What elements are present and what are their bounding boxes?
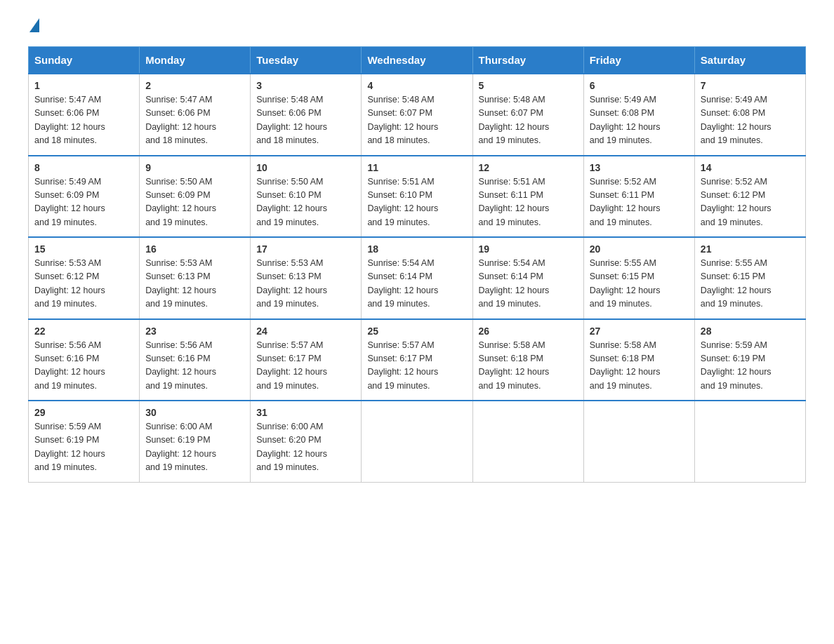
logo: [28, 21, 39, 32]
calendar-cell: 4Sunrise: 5:48 AMSunset: 6:07 PMDaylight…: [362, 74, 472, 156]
calendar-cell: 13Sunrise: 5:52 AMSunset: 6:11 PMDayligh…: [583, 156, 694, 238]
calendar-cell: 7Sunrise: 5:49 AMSunset: 6:08 PMDaylight…: [694, 74, 805, 156]
day-number: 10: [256, 162, 355, 173]
header-cell-wednesday: Wednesday: [362, 47, 472, 74]
day-number: 19: [479, 243, 578, 255]
day-info: Sunrise: 5:49 AMSunset: 6:08 PMDaylight:…: [590, 93, 689, 148]
page-header: [28, 21, 806, 32]
header-cell-friday: Friday: [583, 47, 694, 74]
day-info: Sunrise: 5:57 AMSunset: 6:17 PMDaylight:…: [367, 339, 466, 394]
day-info: Sunrise: 5:56 AMSunset: 6:16 PMDaylight:…: [145, 339, 244, 394]
calendar-cell: 1Sunrise: 5:47 AMSunset: 6:06 PMDaylight…: [29, 74, 140, 156]
day-info: Sunrise: 5:48 AMSunset: 6:07 PMDaylight:…: [479, 93, 578, 148]
day-number: 30: [145, 407, 244, 418]
calendar-cell: 31Sunrise: 6:00 AMSunset: 6:20 PMDayligh…: [251, 401, 362, 482]
calendar-cell: 22Sunrise: 5:56 AMSunset: 6:16 PMDayligh…: [29, 319, 140, 401]
day-info: Sunrise: 5:48 AMSunset: 6:07 PMDaylight:…: [367, 93, 466, 148]
day-number: 16: [145, 243, 244, 255]
day-info: Sunrise: 5:54 AMSunset: 6:14 PMDaylight:…: [479, 257, 578, 311]
calendar-cell: 21Sunrise: 5:55 AMSunset: 6:15 PMDayligh…: [694, 237, 805, 319]
calendar-cell: 16Sunrise: 5:53 AMSunset: 6:13 PMDayligh…: [140, 237, 251, 319]
day-info: Sunrise: 5:57 AMSunset: 6:17 PMDaylight:…: [256, 339, 355, 394]
day-number: 5: [479, 80, 578, 91]
calendar-cell: 29Sunrise: 5:59 AMSunset: 6:19 PMDayligh…: [29, 401, 140, 482]
calendar-cell: 19Sunrise: 5:54 AMSunset: 6:14 PMDayligh…: [472, 237, 583, 319]
calendar-table: SundayMondayTuesdayWednesdayThursdayFrid…: [28, 46, 806, 483]
calendar-cell: [583, 401, 694, 482]
calendar-header: SundayMondayTuesdayWednesdayThursdayFrid…: [29, 47, 806, 74]
day-number: 21: [701, 243, 800, 255]
day-number: 9: [145, 162, 244, 173]
calendar-cell: 5Sunrise: 5:48 AMSunset: 6:07 PMDaylight…: [472, 74, 583, 156]
day-info: Sunrise: 5:47 AMSunset: 6:06 PMDaylight:…: [34, 93, 133, 148]
header-cell-monday: Monday: [140, 47, 251, 74]
day-number: 11: [367, 162, 466, 173]
day-number: 27: [590, 326, 689, 337]
day-number: 31: [256, 407, 355, 418]
calendar-cell: 17Sunrise: 5:53 AMSunset: 6:13 PMDayligh…: [251, 237, 362, 319]
calendar-cell: 28Sunrise: 5:59 AMSunset: 6:19 PMDayligh…: [694, 319, 805, 401]
calendar-cell: 6Sunrise: 5:49 AMSunset: 6:08 PMDaylight…: [583, 74, 694, 156]
day-info: Sunrise: 5:51 AMSunset: 6:10 PMDaylight:…: [367, 175, 466, 230]
calendar-body: 1Sunrise: 5:47 AMSunset: 6:06 PMDaylight…: [29, 74, 806, 482]
day-info: Sunrise: 5:51 AMSunset: 6:11 PMDaylight:…: [479, 175, 578, 230]
calendar-cell: 23Sunrise: 5:56 AMSunset: 6:16 PMDayligh…: [140, 319, 251, 401]
day-info: Sunrise: 5:49 AMSunset: 6:09 PMDaylight:…: [34, 175, 133, 230]
day-number: 24: [256, 326, 355, 337]
day-number: 20: [590, 243, 689, 255]
day-number: 17: [256, 243, 355, 255]
day-info: Sunrise: 5:52 AMSunset: 6:11 PMDaylight:…: [590, 175, 689, 230]
day-number: 18: [367, 243, 466, 255]
day-info: Sunrise: 5:53 AMSunset: 6:13 PMDaylight:…: [145, 257, 244, 311]
calendar-cell: [472, 401, 583, 482]
calendar-cell: 2Sunrise: 5:47 AMSunset: 6:06 PMDaylight…: [140, 74, 251, 156]
day-info: Sunrise: 5:49 AMSunset: 6:08 PMDaylight:…: [701, 93, 800, 148]
day-number: 13: [590, 162, 689, 173]
calendar-cell: 12Sunrise: 5:51 AMSunset: 6:11 PMDayligh…: [472, 156, 583, 238]
header-cell-sunday: Sunday: [29, 47, 140, 74]
day-number: 4: [367, 80, 466, 91]
calendar-cell: 10Sunrise: 5:50 AMSunset: 6:10 PMDayligh…: [251, 156, 362, 238]
calendar-cell: 14Sunrise: 5:52 AMSunset: 6:12 PMDayligh…: [694, 156, 805, 238]
day-info: Sunrise: 5:55 AMSunset: 6:15 PMDaylight:…: [590, 257, 689, 311]
calendar-cell: 24Sunrise: 5:57 AMSunset: 6:17 PMDayligh…: [251, 319, 362, 401]
day-info: Sunrise: 5:52 AMSunset: 6:12 PMDaylight:…: [701, 175, 800, 230]
header-cell-saturday: Saturday: [694, 47, 805, 74]
calendar-cell: 8Sunrise: 5:49 AMSunset: 6:09 PMDaylight…: [29, 156, 140, 238]
calendar-cell: 18Sunrise: 5:54 AMSunset: 6:14 PMDayligh…: [362, 237, 472, 319]
calendar-cell: 26Sunrise: 5:58 AMSunset: 6:18 PMDayligh…: [472, 319, 583, 401]
day-info: Sunrise: 5:58 AMSunset: 6:18 PMDaylight:…: [479, 339, 578, 394]
day-info: Sunrise: 5:48 AMSunset: 6:06 PMDaylight:…: [256, 93, 355, 148]
calendar-cell: 11Sunrise: 5:51 AMSunset: 6:10 PMDayligh…: [362, 156, 472, 238]
day-number: 28: [701, 326, 800, 337]
calendar-cell: 15Sunrise: 5:53 AMSunset: 6:12 PMDayligh…: [29, 237, 140, 319]
day-info: Sunrise: 5:47 AMSunset: 6:06 PMDaylight:…: [145, 93, 244, 148]
header-row: SundayMondayTuesdayWednesdayThursdayFrid…: [29, 47, 806, 74]
day-number: 8: [34, 162, 133, 173]
calendar-cell: [362, 401, 472, 482]
day-number: 26: [479, 326, 578, 337]
day-info: Sunrise: 6:00 AMSunset: 6:19 PMDaylight:…: [145, 420, 244, 475]
calendar-week-row: 1Sunrise: 5:47 AMSunset: 6:06 PMDaylight…: [29, 74, 806, 156]
header-cell-thursday: Thursday: [472, 47, 583, 74]
calendar-cell: 3Sunrise: 5:48 AMSunset: 6:06 PMDaylight…: [251, 74, 362, 156]
calendar-cell: 9Sunrise: 5:50 AMSunset: 6:09 PMDaylight…: [140, 156, 251, 238]
day-number: 23: [145, 326, 244, 337]
day-number: 22: [34, 326, 133, 337]
calendar-week-row: 22Sunrise: 5:56 AMSunset: 6:16 PMDayligh…: [29, 319, 806, 401]
day-number: 2: [145, 80, 244, 91]
day-info: Sunrise: 6:00 AMSunset: 6:20 PMDaylight:…: [256, 420, 355, 475]
day-info: Sunrise: 5:50 AMSunset: 6:10 PMDaylight:…: [256, 175, 355, 230]
calendar-week-row: 29Sunrise: 5:59 AMSunset: 6:19 PMDayligh…: [29, 401, 806, 482]
calendar-week-row: 8Sunrise: 5:49 AMSunset: 6:09 PMDaylight…: [29, 156, 806, 238]
calendar-week-row: 15Sunrise: 5:53 AMSunset: 6:12 PMDayligh…: [29, 237, 806, 319]
day-number: 6: [590, 80, 689, 91]
logo-triangle-icon: [29, 18, 39, 32]
day-number: 1: [34, 80, 133, 91]
calendar-cell: 27Sunrise: 5:58 AMSunset: 6:18 PMDayligh…: [583, 319, 694, 401]
calendar-cell: 20Sunrise: 5:55 AMSunset: 6:15 PMDayligh…: [583, 237, 694, 319]
calendar-cell: [694, 401, 805, 482]
day-info: Sunrise: 5:55 AMSunset: 6:15 PMDaylight:…: [701, 257, 800, 311]
calendar-cell: 25Sunrise: 5:57 AMSunset: 6:17 PMDayligh…: [362, 319, 472, 401]
day-number: 14: [701, 162, 800, 173]
